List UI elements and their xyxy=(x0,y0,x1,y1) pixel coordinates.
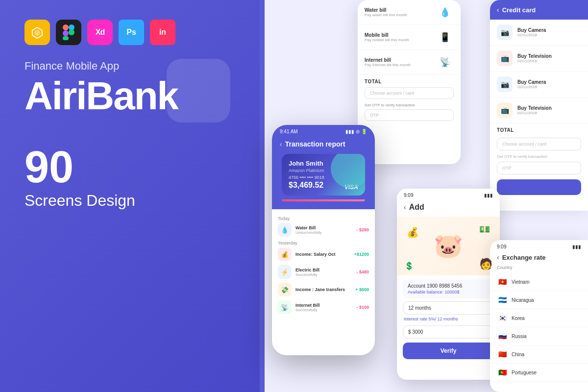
trans-icon-4: 📡 xyxy=(278,300,292,314)
trans-item-0: 💧 Water Bill Unsuccessfully - $280 xyxy=(278,223,369,237)
card-type: Amazon Platinium xyxy=(289,168,358,173)
credit-item-date-2: 02/11/2018 xyxy=(517,85,581,89)
svg-point-4 xyxy=(69,29,74,35)
phone-header: ‹ Transaction report John Smith Amazon P… xyxy=(272,136,375,209)
credit-item-name-1: Buy Television xyxy=(517,53,581,59)
add-amount-input[interactable]: $ 3000 xyxy=(403,325,494,339)
add-account-number: Account 1900 8988 5456 xyxy=(408,283,489,289)
credit-total-label: TOTAL xyxy=(490,123,588,137)
phone-header-title: Transaction report xyxy=(285,140,345,148)
trans-icon-1: 💰 xyxy=(278,247,292,261)
piggy-emoji: 🐷 xyxy=(434,232,463,260)
credit-item-date-1: 02/11/2018 xyxy=(517,59,581,63)
trans-item-4: 📡 Internet Bill Successfully - $100 xyxy=(278,300,369,314)
mobile-bill-icon: 📱 xyxy=(436,30,454,45)
credit-screen: ‹ Credit card 📷 Buy Camera 02/11/2018 📺 … xyxy=(490,0,588,211)
bill-sub-water: Pay water bill this month xyxy=(365,13,431,17)
ps-icon: Ps xyxy=(119,20,144,45)
exchange-item-korea: 🇰🇷 Korea xyxy=(490,309,588,327)
phone-header-nav: ‹ Transaction report xyxy=(280,140,367,148)
credit-item-name-0: Buy Camera xyxy=(517,27,581,33)
credit-item-name-2: Buy Camera xyxy=(517,79,581,85)
add-months-input[interactable]: 12 months xyxy=(403,301,494,315)
trans-sub-2: Successfully xyxy=(295,272,352,277)
portuguese-name: Portuguese xyxy=(512,370,537,375)
exchange-screen: 9:09 ▮▮▮ ‹ Exchange rate Country 🇻🇳 Viet… xyxy=(490,240,588,392)
screens-label: Screens Design xyxy=(24,192,235,210)
credit-back-icon[interactable]: ‹ xyxy=(497,6,499,14)
trans-item-3: 💸 Income : Jane transfers + $500 xyxy=(278,283,369,296)
add-status-time: 9:09 xyxy=(404,193,413,198)
transaction-list: Today 💧 Water Bill Unsuccessfully - $280… xyxy=(272,209,375,322)
credit-camera-icon-2: 📷 xyxy=(497,76,513,92)
nicaragua-flag: 🇳🇮 xyxy=(497,294,508,305)
card-red-bar xyxy=(282,199,365,201)
bill-item-water: Water bill Pay water bill this month 💧 xyxy=(358,0,461,25)
credit-item-1: 📺 Buy Television 02/11/2018 xyxy=(490,46,588,72)
credit-item-3: 📺 Buy Television 02/11/2018 xyxy=(490,98,588,123)
credit-item-2: 📷 Buy Camera 02/11/2018 xyxy=(490,72,588,98)
credit-account-input[interactable]: Choose account / card xyxy=(497,138,581,150)
trans-name-1: Income: Salary Oct xyxy=(295,252,350,257)
invision-icon: in xyxy=(150,20,175,45)
russia-flag: 🇷🇺 xyxy=(497,331,508,342)
tool-icons: Xd Ps in xyxy=(24,20,235,45)
svg-marker-1 xyxy=(34,29,40,36)
card-number: 4756 •••• •••• 9018 xyxy=(289,175,358,180)
exchange-item-china: 🇨🇳 China xyxy=(490,345,588,364)
credit-header-title: Credit card xyxy=(502,6,536,14)
nicaragua-name: Nicaragua xyxy=(512,297,534,303)
screens-count: 90 xyxy=(24,145,235,189)
bills-account-input[interactable]: Choose account / card xyxy=(365,87,454,99)
add-interest-label: Interest rate 5%/ 12 months xyxy=(397,316,500,323)
credit-header: ‹ Credit card xyxy=(490,0,588,20)
bill-item-internet: Internet bill Pay internet bill this mon… xyxy=(358,50,461,75)
credit-camera-icon-0: 📷 xyxy=(497,24,513,40)
trans-name-2: Electric Bill xyxy=(295,268,352,272)
credit-item-0: 📷 Buy Camera 02/11/2018 xyxy=(490,20,588,46)
trans-amount-2: - $480 xyxy=(356,270,369,274)
bill-sub-mobile: Pay mobile bill this month xyxy=(365,38,431,42)
bills-otp-label: Get OTP to verify transaction xyxy=(358,102,461,108)
china-name: China xyxy=(512,352,524,357)
exchange-item-nicaragua: 🇳🇮 Nicaragua xyxy=(490,291,588,309)
dollar-icon: 💲 xyxy=(404,261,414,270)
exchange-back-icon[interactable]: ‹ xyxy=(497,253,499,261)
credit-submit-button[interactable] xyxy=(497,179,581,195)
add-verify-button[interactable]: Verify xyxy=(403,343,494,359)
bills-total-label: TOTAL xyxy=(358,75,461,87)
korea-name: Korea xyxy=(512,316,525,321)
add-header: ‹ Add xyxy=(397,200,500,217)
korea-flag: 🇰🇷 xyxy=(497,313,508,323)
trans-name-3: Income : Jane transfers xyxy=(295,287,351,292)
credit-otp-input[interactable]: OTP xyxy=(497,162,581,174)
today-label: Today xyxy=(278,216,369,221)
back-chevron-icon[interactable]: ‹ xyxy=(280,140,282,148)
exchange-country-label: Country xyxy=(490,265,588,273)
trans-item-1: 💰 Income: Salary Oct +$1200 xyxy=(278,247,369,261)
xd-icon: Xd xyxy=(87,20,113,45)
add-screen: 9:09 ▮▮▮ ‹ Add 🐷 💰 💵 🧑 💲 Account 1900 89… xyxy=(397,189,500,380)
bill-sub-internet: Pay internet bill this month xyxy=(365,63,431,67)
exchange-status-icons: ▮▮▮ xyxy=(572,244,581,249)
bills-otp-input[interactable]: OTP xyxy=(365,109,454,121)
add-account-box: Account 1900 8988 5456 Available balance… xyxy=(403,279,494,298)
transaction-phone: 9:41 AM ▮▮▮ ⊘ 🔋 ‹ Transaction report Joh… xyxy=(272,125,375,355)
person-icon: 🧑 xyxy=(479,258,492,270)
trans-sub-4: Successfully xyxy=(295,308,352,312)
trans-icon-3: 💸 xyxy=(278,283,292,296)
coin-icon-1: 💰 xyxy=(407,226,419,238)
piggy-illustration: 🐷 💰 💵 🧑 💲 xyxy=(397,217,500,275)
water-bill-icon: 💧 xyxy=(436,5,454,20)
figma-icon xyxy=(56,20,81,45)
trans-item-2: ⚡ Electric Bill Successfully - $480 xyxy=(278,265,369,279)
trans-icon-0: 💧 xyxy=(278,223,292,237)
credit-item-date-3: 02/11/2018 xyxy=(517,111,581,115)
svg-rect-6 xyxy=(63,36,69,40)
add-header-title: Add xyxy=(409,203,424,212)
vietnam-name: Vietnam xyxy=(512,279,530,285)
hero-decorative-shape xyxy=(167,59,230,122)
add-back-icon[interactable]: ‹ xyxy=(404,203,406,211)
status-time: 9:41 AM xyxy=(280,129,298,134)
credit-item-date-0: 02/11/2018 xyxy=(517,33,581,37)
